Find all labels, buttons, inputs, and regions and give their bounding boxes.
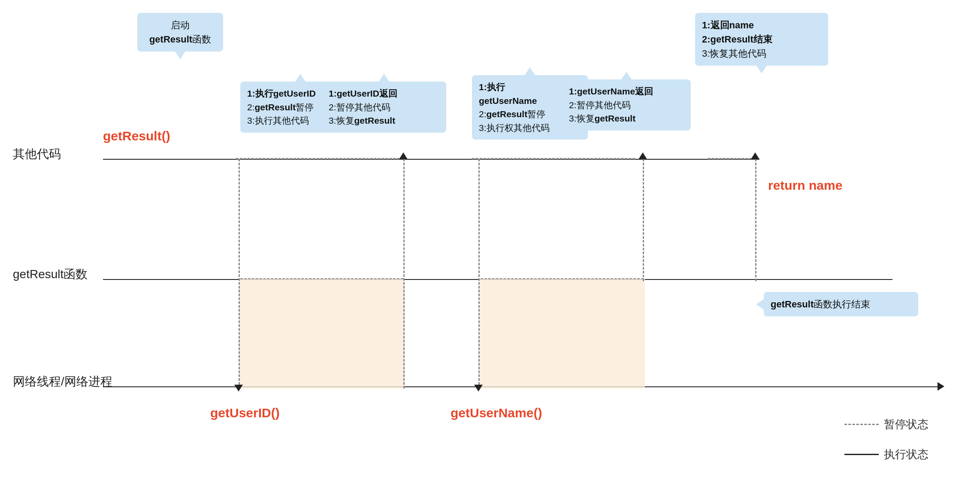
legend-dashed: 暂停状态 — [844, 417, 929, 432]
vline-4 — [643, 159, 644, 281]
other-code-dashed-3 — [708, 158, 755, 159]
bubble-step4: 1:getUserName返回 2:暂停其他代码 3:恢复getResult — [562, 79, 691, 131]
other-code-dashed-2 — [472, 158, 635, 159]
getuserid-call-label: getUserID() — [210, 406, 280, 420]
legend-dashed-line — [844, 424, 879, 425]
vline-4-arrow-up — [638, 152, 647, 159]
vline-1-arrow-down — [234, 385, 243, 392]
diagram: 其他代码 getResult函数 网络线程/网络进程 启动getResult函数 — [0, 0, 980, 492]
bubble-end-top: 1:返回name 2:getResult结束 3:恢复其他代码 — [695, 13, 828, 66]
bubble-start: 启动getResult函数 — [137, 13, 223, 52]
vline-5 — [755, 159, 756, 281]
legend-dashed-label: 暂停状态 — [884, 417, 929, 432]
getresult-call-label: getResult() — [103, 129, 170, 143]
vline-2 — [403, 159, 405, 389]
vline-3 — [478, 159, 480, 389]
other-code-line — [103, 159, 759, 160]
legend-solid: 执行状态 — [844, 447, 929, 462]
vline-5-arrow-up — [751, 152, 759, 159]
vline-2-arrow-up — [399, 152, 408, 159]
getresult-label: getResult函数 — [13, 266, 88, 282]
bubble-end-bottom: getResult函数执行结束 — [764, 292, 918, 316]
legend-solid-line — [844, 454, 879, 455]
other-code-label: 其他代码 — [13, 146, 61, 162]
return-name-label: return name — [768, 178, 842, 193]
bubble-step2: 1:getUserID返回 2:暂停其他代码 3:恢复getResult — [322, 82, 446, 133]
getusername-call-label: getUserName() — [451, 406, 542, 420]
active-region-1 — [239, 279, 405, 389]
vline-1 — [239, 159, 240, 389]
network-arrow-right — [938, 382, 944, 391]
legend-solid-label: 执行状态 — [884, 447, 929, 462]
vline-3-arrow-down — [474, 385, 483, 392]
other-code-dashed-1 — [236, 158, 403, 159]
active-region-2 — [480, 279, 645, 389]
network-label: 网络线程/网络进程 — [13, 374, 112, 390]
